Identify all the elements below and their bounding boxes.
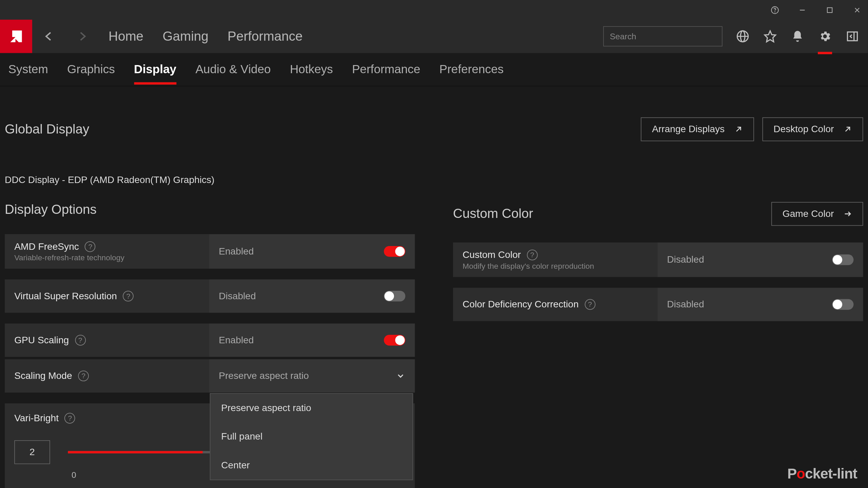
arrow-right-icon — [844, 210, 852, 218]
primary-tabs: Home Gaming Performance — [108, 28, 303, 44]
minimize-button[interactable] — [796, 4, 808, 16]
svg-point-1 — [775, 12, 775, 12]
desktop-color-button[interactable]: Desktop Color — [762, 117, 863, 141]
help-icon[interactable]: ? — [527, 249, 538, 260]
color-deficiency-label: Color Deficiency Correction — [462, 299, 578, 310]
subtab-system[interactable]: System — [8, 54, 48, 85]
svg-marker-11 — [765, 31, 775, 42]
game-color-button[interactable]: Game Color — [771, 202, 863, 226]
freesync-sublabel: Variable-refresh-rate technology — [14, 253, 200, 262]
search-box[interactable] — [603, 26, 723, 46]
scaling-mode-option-full[interactable]: Full panel — [211, 422, 413, 451]
custom-color-state: Disabled — [667, 255, 704, 265]
custom-color-heading: Custom Color — [453, 206, 533, 222]
svg-rect-12 — [847, 32, 857, 41]
custom-color-column: Custom Color Game Color Custom Color? Mo… — [453, 202, 863, 488]
gpu-scaling-state: Enabled — [219, 335, 254, 346]
gpu-scaling-toggle[interactable] — [384, 335, 405, 346]
help-icon[interactable]: ? — [65, 413, 76, 424]
vsr-label: Virtual Super Resolution — [14, 291, 117, 302]
global-display-heading: Global Display — [5, 122, 89, 137]
display-identifier: DDC Display - EDP (AMD Radeon(TM) Graphi… — [5, 175, 863, 185]
color-deficiency-state: Disabled — [667, 299, 704, 310]
subtab-audio-video[interactable]: Audio & Video — [195, 54, 271, 85]
scaling-mode-label-cell: Scaling Mode? — [5, 359, 209, 392]
bell-icon[interactable] — [790, 29, 805, 43]
nav-forward-button[interactable] — [65, 30, 99, 43]
watermark: Pocket-lint — [787, 465, 857, 482]
scaling-mode-label: Scaling Mode — [14, 370, 72, 381]
scaling-mode-option-center[interactable]: Center — [211, 451, 413, 480]
top-bar: Home Gaming Performance — [0, 20, 868, 53]
gpu-scaling-label-cell: GPU Scaling? — [5, 324, 209, 357]
freesync-toggle[interactable] — [384, 246, 405, 257]
settings-sub-tabs: System Graphics Display Audio & Video Ho… — [0, 53, 868, 86]
vsr-state: Disabled — [219, 291, 256, 302]
arrange-displays-label: Arrange Displays — [652, 124, 725, 135]
subtab-performance[interactable]: Performance — [352, 54, 420, 85]
vsr-toggle[interactable] — [384, 291, 405, 302]
freesync-label: AMD FreeSync — [14, 241, 79, 252]
color-deficiency-label-cell: Color Deficiency Correction? — [453, 288, 657, 321]
help-icon[interactable]: ? — [85, 241, 96, 252]
external-icon — [734, 125, 743, 134]
custom-color-toggle[interactable] — [832, 255, 853, 265]
chevron-down-icon — [396, 371, 405, 381]
game-color-label: Game Color — [783, 208, 834, 219]
subtab-display[interactable]: Display — [134, 54, 176, 85]
help-icon[interactable]: ? — [75, 335, 86, 346]
web-icon[interactable] — [735, 29, 750, 43]
desktop-color-label: Desktop Color — [773, 124, 834, 135]
help-icon[interactable]: ? — [585, 299, 595, 310]
slider-tick-0: 0 — [72, 470, 76, 480]
vsr-label-cell: Virtual Super Resolution? — [5, 280, 209, 313]
scaling-mode-option-preserve[interactable]: Preserve aspect ratio — [211, 394, 413, 422]
help-icon[interactable]: ? — [123, 291, 134, 302]
scaling-mode-dropdown[interactable]: Preserve aspect ratio — [209, 359, 415, 392]
close-button[interactable] — [851, 4, 863, 16]
gpu-scaling-label: GPU Scaling — [14, 335, 69, 346]
help-icon[interactable] — [769, 4, 781, 16]
dock-icon[interactable] — [845, 29, 860, 43]
vari-bright-label: Vari-Bright — [14, 413, 59, 424]
search-input[interactable] — [610, 32, 714, 41]
subtab-preferences[interactable]: Preferences — [439, 54, 504, 85]
amd-logo[interactable] — [0, 20, 32, 53]
freesync-label-cell: AMD FreeSync? Variable-refresh-rate tech… — [5, 234, 209, 269]
subtab-hotkeys[interactable]: Hotkeys — [290, 54, 333, 85]
freesync-state: Enabled — [219, 246, 254, 257]
scaling-mode-menu: Preserve aspect ratio Full panel Center — [210, 393, 413, 480]
subtab-graphics[interactable]: Graphics — [67, 54, 115, 85]
svg-line-14 — [736, 127, 740, 131]
svg-line-15 — [846, 127, 850, 131]
tab-gaming[interactable]: Gaming — [162, 28, 208, 44]
display-options-heading: Display Options — [5, 202, 97, 218]
settings-icon[interactable] — [818, 29, 832, 43]
external-icon — [844, 125, 852, 134]
display-options-column: Display Options AMD FreeSync? Variable-r… — [5, 202, 415, 488]
color-deficiency-toggle[interactable] — [832, 299, 853, 310]
tab-home[interactable]: Home — [108, 28, 143, 44]
scaling-mode-value: Preserve aspect ratio — [219, 370, 309, 381]
custom-color-label: Custom Color — [462, 249, 521, 260]
star-icon[interactable] — [763, 29, 777, 43]
svg-rect-3 — [827, 7, 832, 12]
maximize-button[interactable] — [824, 4, 836, 16]
custom-color-label-cell: Custom Color? Modify the display's color… — [453, 243, 657, 277]
custom-color-sublabel: Modify the display's color reproduction — [462, 261, 648, 270]
arrange-displays-button[interactable]: Arrange Displays — [640, 117, 754, 141]
nav-back-button[interactable] — [32, 30, 65, 43]
tab-performance[interactable]: Performance — [228, 28, 302, 44]
help-icon[interactable]: ? — [78, 370, 89, 381]
window-titlebar — [0, 0, 868, 20]
vari-bright-value[interactable]: 2 — [14, 440, 50, 464]
